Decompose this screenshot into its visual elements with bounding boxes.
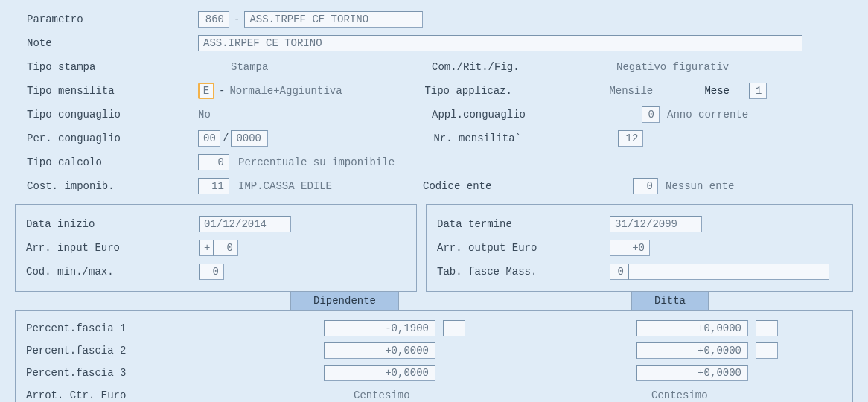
dit-fascia-2-extra[interactable] xyxy=(756,342,778,359)
tab-fasce-mass-input[interactable]: 0 xyxy=(610,264,629,280)
bottom-panel: Percent.fascia 1 -0,1900 +0,0000 Percent… xyxy=(15,310,853,402)
appl-conguaglio-code[interactable]: 0 xyxy=(642,106,660,123)
label-tipo-mensilita: Tipo mensilita xyxy=(27,85,198,97)
centesimo-dip: Centesimo xyxy=(354,389,636,401)
row-per-conguaglio: Per. conguaglio 00 / 0000 Nr. mensilita`… xyxy=(0,127,868,150)
cod-min-max-input[interactable]: 0 xyxy=(199,264,224,280)
tab-dipendente[interactable]: Dipendente xyxy=(290,291,399,310)
parametro-code[interactable]: 860 xyxy=(198,11,229,28)
label-tipo-calcolo: Tipo calcolo xyxy=(27,156,198,168)
row-tipo-stampa: Tipo stampa Stampa Com./Rit./Fig. Negati… xyxy=(0,55,868,79)
label-tab-fasce-mass: Tab. fasce Mass. xyxy=(437,266,610,278)
slash-sep: / xyxy=(223,133,229,144)
label-mese: Mese xyxy=(704,85,749,97)
codice-ente-desc: Nessun ente xyxy=(666,180,734,192)
label-note: Note xyxy=(27,37,198,49)
tipo-applicaz-value: Mensile xyxy=(609,85,704,97)
dip-fascia-1[interactable]: -0,1900 xyxy=(324,320,435,336)
row-parametro: Parametro 860 - ASS.IRPEF CE TORINO xyxy=(0,7,868,31)
dip-fascia-2[interactable]: +0,0000 xyxy=(324,342,435,359)
label-arrot-ctr-euro: Arrot. Ctr. Euro xyxy=(26,389,324,401)
per-conguaglio-yyyy[interactable]: 0000 xyxy=(231,130,268,147)
label-tipo-conguaglio: Tipo conguaglio xyxy=(27,109,198,121)
panel-container: Data inizio 01/12/2014 Arr. input Euro +… xyxy=(15,204,853,292)
label-cod-min-max: Cod. min./max. xyxy=(26,266,199,278)
label-percent-fascia-1: Percent.fascia 1 xyxy=(26,322,324,334)
label-codice-ente: Codice ente xyxy=(423,180,633,192)
label-percent-fascia-2: Percent.fascia 2 xyxy=(26,345,324,357)
label-data-inizio: Data inizio xyxy=(26,218,199,230)
panel-left: Data inizio 01/12/2014 Arr. input Euro +… xyxy=(15,204,417,292)
data-termine-input[interactable]: 31/12/2099 xyxy=(610,216,702,232)
main-form: Parametro 860 - ASS.IRPEF CE TORINO Note… xyxy=(0,0,868,402)
arr-input-val[interactable]: 0 xyxy=(213,240,238,256)
dash-sep-2: - xyxy=(219,85,225,97)
label-per-conguaglio: Per. conguaglio xyxy=(27,133,198,144)
tipo-calcolo-code[interactable]: 0 xyxy=(198,154,229,170)
dit-fascia-1-extra[interactable] xyxy=(756,320,778,336)
panel-right: Data termine 31/12/2099 Arr. output Euro… xyxy=(426,204,853,292)
note-input[interactable]: ASS.IRPEF CE TORINO xyxy=(198,35,802,51)
label-parametro: Parametro xyxy=(27,13,198,25)
tipo-mensilita-code[interactable]: E xyxy=(198,83,214,99)
dash-sep: - xyxy=(234,13,240,25)
label-percent-fascia-3: Percent.fascia 3 xyxy=(26,367,324,379)
tipo-stampa-value: Stampa xyxy=(231,61,432,73)
label-data-termine: Data termine xyxy=(437,218,610,230)
nr-mensilita-input[interactable]: 12 xyxy=(618,130,643,147)
centesimo-dit: Centesimo xyxy=(651,389,708,401)
parametro-desc[interactable]: ASS.IRPEF CE TORINO xyxy=(244,11,423,28)
cost-imponib-desc: IMP.CASSA EDILE xyxy=(238,180,423,192)
codice-ente-code[interactable]: 0 xyxy=(633,178,658,194)
tabs-row: Dipendente Ditta xyxy=(15,291,853,310)
com-rit-fig-value: Negativo figurativ xyxy=(616,61,729,73)
label-appl-conguaglio: Appl.conguaglio xyxy=(432,109,642,121)
data-inizio-input[interactable]: 01/12/2014 xyxy=(199,216,291,232)
dit-fascia-3[interactable]: +0,0000 xyxy=(636,365,748,381)
mese-input[interactable]: 1 xyxy=(749,83,767,99)
cost-imponib-code[interactable]: 11 xyxy=(198,178,229,194)
tipo-conguaglio-value: No xyxy=(198,109,432,121)
label-arr-input-euro: Arr. input Euro xyxy=(26,242,199,254)
tipo-mensilita-desc: Normale+Aggiuntiva xyxy=(229,85,424,97)
row-tipo-calcolo: Tipo calcolo 0 Percentuale su imponibile xyxy=(0,150,868,174)
per-conguaglio-mm[interactable]: 00 xyxy=(198,130,220,147)
arr-input-sign[interactable]: + xyxy=(199,240,214,256)
dip-fascia-3[interactable]: +0,0000 xyxy=(324,365,435,381)
appl-conguaglio-desc: Anno corrente xyxy=(667,109,748,121)
label-nr-mensilita: Nr. mensilita` xyxy=(433,133,618,144)
dit-fascia-2[interactable]: +0,0000 xyxy=(636,342,748,359)
tab-fasce-mass-desc[interactable] xyxy=(628,264,829,280)
row-tipo-mensilita: Tipo mensilita E - Normale+Aggiuntiva Ti… xyxy=(0,79,868,103)
tipo-calcolo-desc: Percentuale su imponibile xyxy=(238,156,395,168)
label-cost-imponib: Cost. imponib. xyxy=(27,180,198,192)
arr-output-input[interactable]: +0 xyxy=(610,240,650,256)
dip-fascia-1-extra[interactable] xyxy=(443,320,465,336)
dit-fascia-1[interactable]: +0,0000 xyxy=(636,320,748,336)
row-note: Note ASS.IRPEF CE TORINO xyxy=(0,31,868,55)
row-cost-imponib: Cost. imponib. 11 IMP.CASSA EDILE Codice… xyxy=(0,174,868,198)
label-com-rit-fig: Com./Rit./Fig. xyxy=(432,61,616,73)
label-arr-output-euro: Arr. output Euro xyxy=(437,242,610,254)
tab-ditta[interactable]: Ditta xyxy=(631,291,709,310)
label-tipo-stampa: Tipo stampa xyxy=(27,61,198,73)
label-tipo-applicaz: Tipo applicaz. xyxy=(424,85,609,97)
row-tipo-conguaglio: Tipo conguaglio No Appl.conguaglio 0 Ann… xyxy=(0,103,868,127)
